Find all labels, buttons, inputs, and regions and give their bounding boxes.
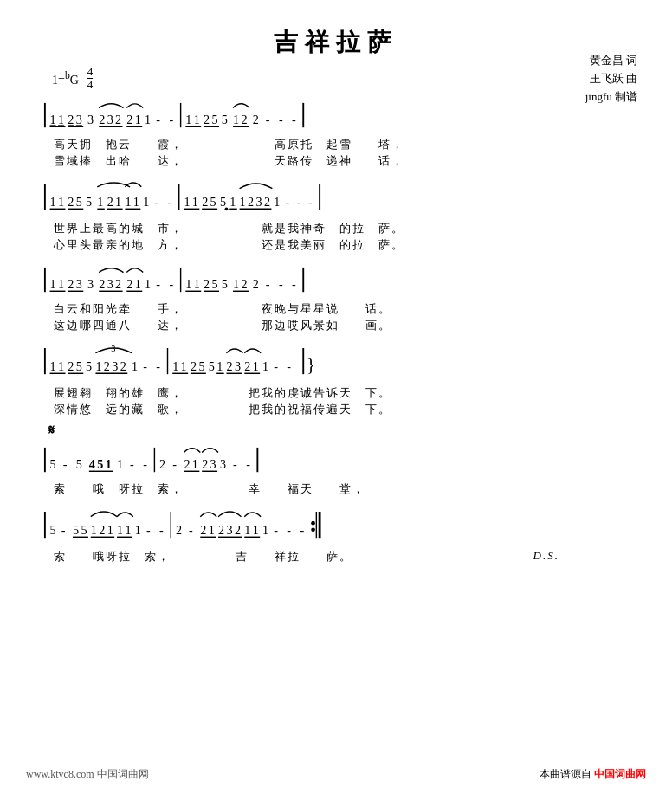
svg-text:2: 2 (68, 277, 74, 291)
svg-text:-: - (130, 457, 134, 471)
svg-text:1: 1 (216, 359, 223, 373)
notation-svg-5: 5 - 5 4 5 1 1 - - 2 - 2 (43, 440, 629, 481)
svg-text:2: 2 (126, 113, 132, 126)
tempo-line: 1=bG 4 4 (52, 66, 629, 92)
svg-text:-: - (274, 359, 278, 373)
ds-sign: D.S. (533, 549, 559, 563)
svg-text:-: - (172, 457, 177, 471)
score-line-2: 1 1 2 5 5 1 2 1 1 (43, 176, 629, 253)
svg-point-204 (311, 527, 315, 532)
svg-text:-: - (61, 523, 66, 537)
score-line-6: 5 - 5 5 1 2 1 1 1 1 (43, 504, 629, 565)
lyrics-row-4a: 展翅翱 翔的雄 鹰， 把我的虔诚告诉天 下。 (54, 385, 629, 401)
svg-text:2: 2 (204, 113, 210, 126)
svg-text:-: - (300, 523, 304, 537)
svg-text:2: 2 (244, 359, 250, 373)
notation-svg-4: 1 1 2 5 5 3 1 2 3 2 1 - - (43, 340, 629, 385)
svg-text:1: 1 (91, 523, 97, 537)
svg-text:3: 3 (87, 277, 94, 291)
svg-text:1: 1 (135, 277, 141, 291)
svg-text:}: } (307, 354, 315, 374)
svg-text:5: 5 (211, 113, 217, 126)
svg-text:1: 1 (58, 195, 64, 209)
svg-text:-: - (63, 457, 68, 471)
svg-text:1: 1 (117, 457, 123, 471)
svg-text:2: 2 (68, 113, 74, 126)
svg-text:1: 1 (125, 195, 131, 209)
svg-text:1: 1 (194, 277, 200, 291)
footer-left: www.ktvc8.com 中国词曲网 (26, 767, 149, 782)
svg-text:5: 5 (50, 457, 56, 471)
svg-text:-: - (143, 457, 147, 471)
svg-text:5: 5 (81, 523, 87, 537)
footer-right: 中国词曲网 (594, 768, 646, 780)
svg-point-61 (225, 207, 229, 210)
svg-text:-: - (287, 359, 291, 373)
svg-text:-: - (266, 277, 270, 291)
svg-text:2: 2 (107, 195, 113, 209)
notation-svg-1: 1 1 2 3 3 2 3 2 (43, 95, 629, 137)
svg-text:5: 5 (86, 195, 92, 209)
svg-text:1: 1 (58, 277, 64, 291)
svg-text:1: 1 (50, 195, 56, 209)
svg-text:-: - (189, 523, 193, 537)
svg-text:5: 5 (211, 277, 217, 291)
segno-sign: 𝄋 (48, 423, 629, 438)
svg-text:-: - (292, 113, 296, 126)
svg-text:-: - (156, 359, 160, 373)
svg-text:1: 1 (253, 523, 259, 537)
svg-text:3: 3 (76, 277, 82, 291)
notation-svg-6: 5 - 5 5 1 2 1 1 1 1 (43, 504, 629, 549)
svg-text:1: 1 (192, 457, 198, 471)
score-line-1: 1 1 2 3 3 2 3 2 (43, 95, 629, 169)
svg-text:2: 2 (218, 523, 224, 537)
svg-text:3: 3 (87, 113, 94, 126)
lyrics-row-6a: 索 哦呀拉 索， 吉 祥拉 萨。 D.S. (54, 549, 629, 565)
lyricist-label: 黄金昌 词 (585, 52, 637, 70)
svg-text:1: 1 (184, 195, 190, 209)
svg-text:1: 1 (194, 113, 200, 126)
svg-text:1: 1 (143, 195, 149, 209)
svg-text:-: - (287, 523, 291, 537)
footer-center: 本曲谱源自 中国词曲网 (540, 767, 646, 782)
svg-text:5: 5 (209, 359, 215, 373)
svg-text:1: 1 (181, 359, 187, 373)
svg-text:1: 1 (50, 113, 56, 126)
svg-text:-: - (168, 195, 172, 209)
svg-text:2: 2 (264, 195, 270, 209)
svg-text:2: 2 (204, 277, 210, 291)
svg-text:-: - (143, 359, 147, 373)
score-line-3: 1 1 2 3 3 2 3 2 2 1 1 - (43, 260, 629, 333)
svg-text:3: 3 (226, 523, 232, 537)
svg-text:-: - (246, 457, 250, 471)
svg-text:-: - (308, 195, 313, 209)
svg-text:-: - (159, 523, 164, 537)
svg-text:3: 3 (220, 457, 226, 471)
svg-text:5: 5 (222, 277, 228, 291)
lyrics-row-2b: 心里头最亲的地 方， 还是我美丽 的拉 萨。 (54, 237, 629, 253)
svg-text:1: 1 (145, 113, 151, 126)
svg-text:1: 1 (253, 359, 259, 373)
lyrics-row-2a: 世界上最高的城 市， 就是我神奇 的拉 萨。 (54, 221, 629, 236)
arranger-label: jingfu 制谱 (585, 88, 637, 107)
score-line-4: 1 1 2 5 5 3 1 2 3 2 1 - - (43, 340, 629, 417)
svg-text:2: 2 (241, 277, 247, 291)
svg-text:2: 2 (99, 277, 105, 291)
lyrics-row-3b: 这边哪四通八 达， 那边哎风景如 画。 (54, 318, 629, 333)
svg-text:2: 2 (159, 457, 165, 471)
svg-text:-: - (154, 195, 158, 209)
svg-text:1: 1 (58, 113, 64, 126)
svg-text:3: 3 (111, 343, 115, 352)
svg-text:5: 5 (210, 195, 216, 209)
svg-text:1: 1 (240, 195, 246, 209)
svg-text:-: - (279, 277, 283, 291)
svg-text:2: 2 (184, 457, 190, 471)
lyrics-row-1a: 高天拥 抱云 霞， 高原托 起雪 塔， (54, 137, 629, 152)
svg-text:1: 1 (125, 523, 131, 537)
svg-text:5: 5 (220, 195, 226, 209)
lyrics-row-1b: 雪域捧 出哈 达， 天路传 递神 话， (54, 153, 629, 169)
svg-text:-: - (266, 113, 270, 126)
svg-text:-: - (156, 277, 160, 291)
svg-text:3: 3 (76, 113, 82, 126)
svg-text:3: 3 (235, 359, 241, 373)
